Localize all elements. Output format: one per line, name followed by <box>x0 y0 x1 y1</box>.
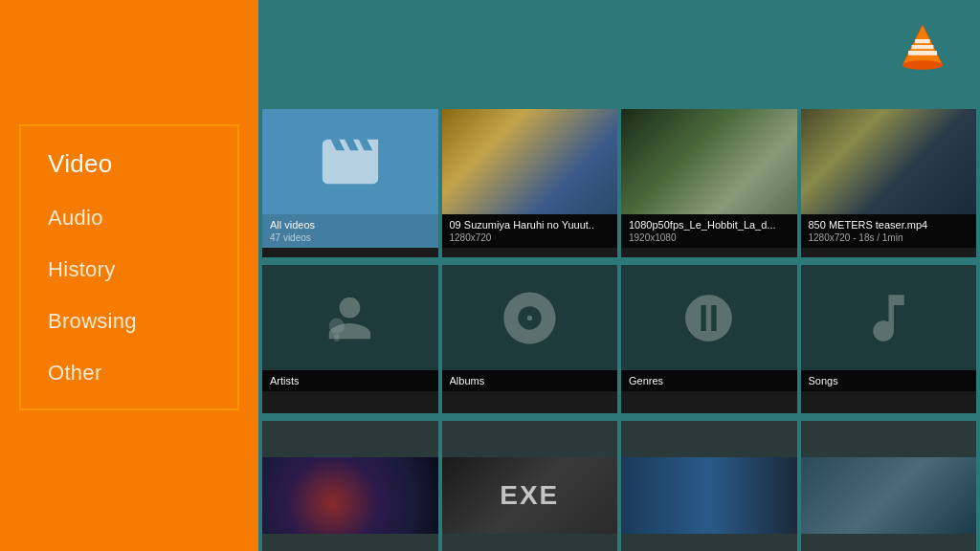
tile-info-artists: Artists <box>262 370 438 391</box>
tile-all-videos[interactable]: All videos 47 videos <box>262 109 438 257</box>
tile-info-songs: Songs <box>801 370 977 391</box>
tile-genres[interactable]: Genres <box>621 265 797 413</box>
main-content: All videos 47 videos 09 Suzumiya Haruhi … <box>258 0 980 551</box>
tile-title-genres: Genres <box>629 375 790 386</box>
svg-rect-2 <box>912 45 934 49</box>
tile-info-anime: 09 Suzumiya Haruhi no Yuuut.. 1280x720 <box>442 214 618 248</box>
tile-info-all-videos: All videos 47 videos <box>262 214 438 248</box>
bottom-row: EXE <box>258 417 980 551</box>
tile-bottom2[interactable]: EXE <box>442 421 618 551</box>
tile-850-meters[interactable]: 850 METERS teaser.mp4 1280x720 - 18s / 1… <box>801 109 977 257</box>
sidebar-item-other[interactable]: Other <box>21 347 237 399</box>
tile-subtitle-all-videos: 47 videos <box>270 232 431 243</box>
sidebar-item-history[interactable]: History <box>21 244 237 296</box>
svg-rect-3 <box>915 39 930 43</box>
tile-thumbnail-anime <box>442 109 618 214</box>
sidebar-item-audio[interactable]: Audio <box>21 192 237 244</box>
tile-thumbnail-bottom4 <box>801 421 977 551</box>
tile-title-anime: 09 Suzumiya Haruhi no Yuuut.. <box>450 219 611 231</box>
tile-thumbnail-bottom3 <box>621 421 797 551</box>
tile-thumbnail-artists <box>262 265 438 370</box>
tile-title-songs: Songs <box>809 375 969 386</box>
tile-title-artists: Artists <box>270 375 431 386</box>
tile-subtitle-850: 1280x720 - 18s / 1min <box>809 232 969 243</box>
tile-info-albums: Albums <box>442 370 618 391</box>
tile-info-850: 850 METERS teaser.mp4 1280x720 - 18s / 1… <box>801 214 977 248</box>
tile-thumbnail-bottom1 <box>262 421 438 551</box>
tile-thumbnail-genres <box>621 265 797 370</box>
svg-point-5 <box>329 318 345 333</box>
tile-hobbit[interactable]: 1080p50fps_Le_Hobbit_La_d... 1920x1080 <box>621 109 797 257</box>
video-row: All videos 47 videos 09 Suzumiya Haruhi … <box>258 105 980 261</box>
tile-title-all-videos: All videos <box>270 219 431 231</box>
tile-thumbnail-songs <box>801 265 977 370</box>
tile-subtitle-anime: 1280x720 <box>450 232 611 243</box>
sidebar-nav: Video Audio History Browsing Other <box>19 124 239 410</box>
main-scroll: All videos 47 videos 09 Suzumiya Haruhi … <box>258 0 980 551</box>
tile-bottom1[interactable] <box>262 421 438 551</box>
tile-bottom4[interactable] <box>801 421 977 551</box>
tile-info-hobbit: 1080p50fps_Le_Hobbit_La_d... 1920x1080 <box>621 214 797 248</box>
tile-thumbnail-hobbit <box>621 109 797 214</box>
svg-rect-1 <box>908 51 937 55</box>
tile-anime[interactable]: 09 Suzumiya Haruhi no Yuuut.. 1280x720 <box>442 109 618 257</box>
category-row: Artists Albums <box>258 261 980 417</box>
tile-info-genres: Genres <box>621 370 797 391</box>
tile-bottom3[interactable] <box>621 421 797 551</box>
tile-title-850: 850 METERS teaser.mp4 <box>809 219 969 231</box>
tile-songs[interactable]: Songs <box>801 265 977 413</box>
svg-rect-6 <box>335 333 340 341</box>
tile-thumbnail-albums <box>442 265 618 370</box>
vlc-logo <box>894 19 951 80</box>
tile-thumbnail-bottom2: EXE <box>442 421 618 551</box>
tile-subtitle-hobbit: 1920x1080 <box>629 232 790 243</box>
tile-title-albums: Albums <box>450 375 611 386</box>
tile-title-hobbit: 1080p50fps_Le_Hobbit_La_d... <box>629 219 790 231</box>
tile-thumbnail-all-videos <box>262 109 438 214</box>
svg-point-4 <box>902 60 943 70</box>
tile-artists[interactable]: Artists <box>262 265 438 413</box>
sidebar: Video Audio History Browsing Other <box>0 0 258 551</box>
tile-albums[interactable]: Albums <box>442 265 618 413</box>
tile-thumbnail-850 <box>801 109 977 214</box>
sidebar-item-browsing[interactable]: Browsing <box>21 296 237 347</box>
sidebar-item-video[interactable]: Video <box>21 136 237 192</box>
